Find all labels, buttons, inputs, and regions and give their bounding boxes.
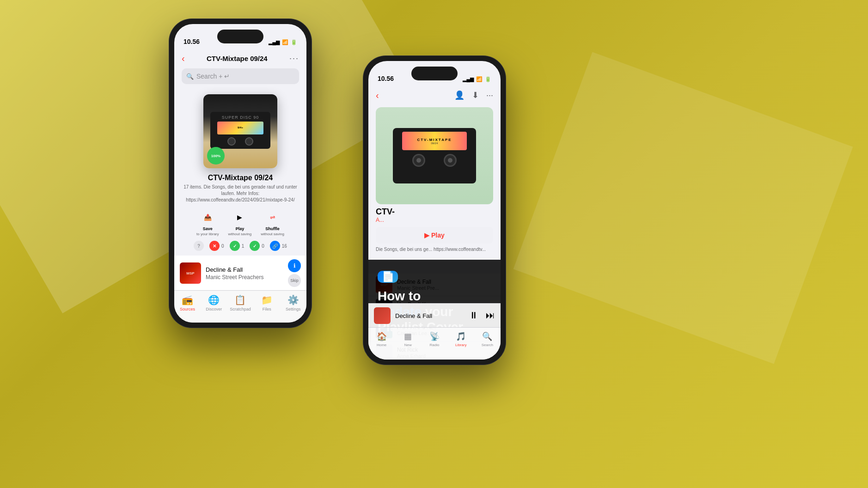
tab-search-icon-right: 🔍: [482, 331, 492, 342]
tab-bar-left: 📻 Sources 🌐 Discover 📋 Scratchpad 📁 File…: [174, 290, 306, 323]
tab-sources[interactable]: 📻 Sources: [176, 294, 199, 311]
right-playlist-title: CTV-: [376, 207, 493, 217]
tab-library-icon-right: 🎵: [456, 331, 466, 342]
save-label-left: Save: [203, 226, 213, 231]
now-playing-bar[interactable]: Decline & Fall ⏸ ⏭: [368, 303, 501, 327]
song-artist-1: Manic Street Preachers: [206, 274, 283, 281]
status-icons-row-left: ? ✕ 0 ✓ 1 ✓ 0 🔗 16: [174, 241, 306, 251]
search-placeholder-left: Search + ↵: [196, 73, 230, 80]
now-playing-controls: ⏸ ⏭: [469, 310, 495, 321]
cassette-3d-title: CTV-MIXTAPE: [417, 138, 452, 142]
now-playing-info: Decline & Fall: [395, 311, 465, 320]
nav-title-left: CTV-Mixtape 09/24: [207, 55, 268, 62]
play-icon-right: ▶ Play: [424, 232, 445, 239]
signal-icon-right: ▂▄▆: [463, 76, 474, 82]
save-button-left[interactable]: 📤 Save to your library: [196, 209, 219, 236]
wifi-icon-left: 📶: [282, 39, 288, 45]
tab-files-icon: 📁: [261, 294, 273, 305]
reel-right-mini: [245, 137, 253, 146]
status-icons-right: ▂▄▆ 📶 🔋: [463, 76, 491, 82]
tab-bar-right: 🏠 Home ▦ New 📡 Radio 🎵 Library 🔍 Search: [368, 327, 501, 360]
search-bar-left[interactable]: 🔍 Search + ↵: [182, 68, 299, 84]
tab-radio-right[interactable]: 📡 Radio: [423, 331, 446, 347]
save-icon-left: 📤: [199, 209, 216, 226]
song-info-1: Decline & Fall Manic Street Preachers: [206, 266, 283, 281]
tab-library-label-right: Library: [455, 343, 466, 347]
tab-home-icon-right: 🏠: [377, 331, 387, 342]
wifi-icon-right: 📶: [476, 76, 483, 82]
cassette-mini-left: SUPER DISC 90 9/4+: [210, 112, 270, 149]
song-skip-icon-1[interactable]: Skip: [288, 274, 301, 287]
tab-new-right[interactable]: ▦ New: [397, 331, 420, 347]
right-play-button[interactable]: ▶ Play: [376, 227, 493, 244]
tab-home-right[interactable]: 🏠 Home: [370, 331, 393, 347]
tab-settings-icon: ⚙️: [287, 294, 299, 305]
tab-settings-label: Settings: [286, 307, 301, 311]
right-nav-icons: 👤 ⬇ ···: [454, 90, 493, 100]
song-item-1[interactable]: MSP Decline & Fall Manic Street Preacher…: [174, 256, 306, 290]
tab-home-label-right: Home: [377, 343, 386, 347]
tab-files[interactable]: 📁 Files: [255, 294, 278, 311]
song-cover-1: MSP: [180, 262, 201, 284]
tab-search-label-right: Search: [482, 343, 493, 347]
dynamic-island-left: [217, 30, 263, 43]
status-ok2: ✓: [250, 241, 260, 251]
tab-new-label-right: New: [404, 343, 412, 347]
tab-search-right[interactable]: 🔍 Search: [476, 331, 499, 347]
left-phone-screen: 10.56 ▂▄▆ 📶 🔋 ‹ CTV-Mixtape 09/24 ··· 🔍 …: [174, 24, 306, 323]
play-button-left[interactable]: ▶ Play without saving: [228, 209, 252, 236]
tab-library-right[interactable]: 🎵 Library: [449, 331, 472, 347]
cover-manic-text: MSP: [185, 270, 195, 276]
tab-discover-icon: 🌐: [208, 294, 220, 305]
status-link: 🔗: [270, 241, 280, 251]
status-ok: ✓: [230, 241, 240, 251]
play-label-left: Play: [236, 226, 245, 231]
tab-radio-icon-right: 📡: [429, 331, 440, 342]
shuffle-button-left[interactable]: ⇌ Shuffle without saving: [261, 209, 284, 236]
cassette-label-left: 9/4+: [217, 122, 263, 134]
battery-icon-right: 🔋: [485, 76, 491, 82]
status-time-right: 10.56: [378, 75, 394, 82]
song-actions-1: ℹ Skip: [288, 259, 301, 287]
download-icon-right[interactable]: ⬇: [472, 90, 479, 100]
playlist-desc-left: 17 items. Die Songs, die bei uns gerade …: [174, 184, 306, 203]
tab-scratchpad-icon: 📋: [234, 294, 246, 305]
tab-settings[interactable]: ⚙️ Settings: [281, 294, 305, 311]
status-unknown: ?: [194, 241, 204, 251]
tab-files-label: Files: [263, 307, 271, 311]
cassette-art-right: CTV-MIXTAPE 09/24: [376, 107, 493, 204]
more-button-left[interactable]: ···: [289, 54, 299, 63]
reel-right-right: [444, 154, 457, 167]
song-action-icon-1[interactable]: ℹ: [288, 259, 301, 272]
cassette-3d-label: CTV-MIXTAPE 09/24: [402, 132, 467, 150]
playlist-content-left: SUPER DISC 90 9/4+ 100%: [174, 87, 306, 290]
cassette-reels-mini: [227, 137, 253, 146]
cassette-3d-sub: 09/24: [431, 142, 438, 145]
album-art-left[interactable]: SUPER DISC 90 9/4+ 100%: [203, 94, 277, 168]
percent-badge-left: 100%: [207, 147, 225, 165]
tab-discover[interactable]: 🌐 Discover: [202, 294, 226, 311]
person-icon-right[interactable]: 👤: [454, 90, 465, 100]
status-error: ✕: [209, 241, 220, 251]
overlay-app-icon: 📄: [378, 271, 398, 283]
next-button[interactable]: ⏭: [486, 310, 495, 321]
reel-inner-left: [416, 158, 421, 163]
play-sublabel-left: without saving: [228, 232, 252, 236]
shuffle-label-left: Shuffle: [265, 226, 280, 231]
reel-left-mini: [227, 137, 236, 146]
playlist-title-left: CTV-Mixtape 09/24: [174, 174, 306, 182]
right-desc: Die Songs, die bei uns ge... https://www…: [376, 246, 493, 252]
overlay-app-icon-inner: 📄: [382, 271, 394, 283]
cassette-top-text: SUPER DISC 90: [222, 115, 259, 120]
status-link-count: 16: [282, 244, 287, 249]
tab-sources-label: Sources: [180, 307, 195, 311]
more-icon-right[interactable]: ···: [486, 91, 493, 100]
nav-bar-right: ‹ 👤 ⬇ ···: [368, 85, 501, 105]
cassette-3d-right: CTV-MIXTAPE 09/24: [393, 128, 476, 183]
reel-inner-right: [448, 158, 452, 163]
back-button-left[interactable]: ‹: [182, 53, 185, 64]
back-button-right[interactable]: ‹: [376, 90, 379, 101]
now-playing-cover: [374, 307, 391, 324]
tab-scratchpad[interactable]: 📋 Scratchpad: [229, 294, 252, 311]
pause-button[interactable]: ⏸: [469, 310, 478, 321]
